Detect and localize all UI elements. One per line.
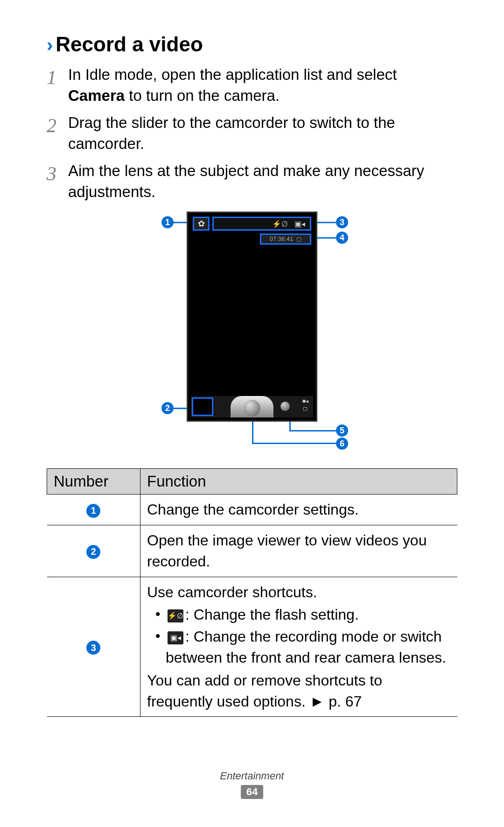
bullet-mode: ▣◂: Change the recording mode or switch … bbox=[155, 626, 451, 668]
table-row: 2 Open the image viewer to view videos y… bbox=[47, 525, 457, 577]
record-knob[interactable] bbox=[244, 400, 260, 417]
row-3-bullets: ⚡∅: Change the flash setting. ▣◂: Change… bbox=[155, 604, 451, 668]
row-1-badge: 1 bbox=[86, 504, 100, 518]
step-1: 1 In Idle mode, open the application lis… bbox=[47, 64, 457, 106]
recording-status: 07:36:41 ▢ bbox=[260, 233, 311, 245]
bullet-flash: ⚡∅: Change the flash setting. bbox=[155, 604, 451, 625]
step-body: Drag the slider to the camcorder to swit… bbox=[68, 113, 457, 154]
page-ref-arrow-icon: ► bbox=[310, 693, 325, 710]
chevron-icon: › bbox=[47, 35, 53, 55]
row-1-text: Change the camcorder settings. bbox=[140, 495, 457, 525]
record-slider[interactable] bbox=[231, 396, 273, 417]
step-number: 2 bbox=[47, 113, 68, 154]
table-row: 1 Change the camcorder settings. bbox=[47, 495, 457, 525]
step-2: 2 Drag the slider to the camcorder to sw… bbox=[47, 113, 457, 154]
step-body: In Idle mode, open the application list … bbox=[68, 64, 457, 106]
section-heading: ›Record a video bbox=[47, 33, 457, 56]
row-3-text: Use camcorder shortcuts. ⚡∅: Change the … bbox=[140, 577, 457, 717]
callout-6-badge: 6 bbox=[336, 438, 348, 450]
row-3-intro: Use camcorder shortcuts. bbox=[147, 582, 451, 603]
table-row: 3 Use camcorder shortcuts. ⚡∅: Change th… bbox=[47, 577, 457, 717]
callout-line bbox=[252, 419, 253, 444]
callout-3-badge: 3 bbox=[336, 216, 348, 228]
camcorder-diagram: 1 3 4 2 5 6 ✿ ⚡∅ ▣◂ 07:36:41 ▢ bbox=[47, 212, 457, 450]
step-body: Aim the lens at the subject and make any… bbox=[68, 161, 457, 202]
callout-5-badge: 5 bbox=[336, 424, 348, 437]
heading-text: Record a video bbox=[56, 33, 203, 56]
camcorder-topbar: ✿ ⚡∅ ▣◂ bbox=[193, 217, 311, 231]
footer-category: Entertainment bbox=[0, 770, 504, 782]
viewer-thumbnail[interactable] bbox=[192, 397, 213, 416]
flash-off-icon: ⚡∅ bbox=[168, 609, 183, 622]
mode-switch[interactable] bbox=[280, 402, 290, 411]
row-2-badge: 2 bbox=[86, 545, 100, 559]
camcorder-bottombar: ■◂ ◻ bbox=[191, 396, 313, 417]
col-function: Function bbox=[140, 469, 457, 495]
callout-line bbox=[252, 443, 336, 444]
step-number: 3 bbox=[47, 161, 68, 202]
row-3-outro: You can add or remove shortcuts to frequ… bbox=[147, 670, 451, 712]
step-3: 3 Aim the lens at the subject and make a… bbox=[47, 161, 457, 202]
settings-button[interactable]: ✿ bbox=[193, 217, 210, 231]
callout-line bbox=[317, 237, 336, 239]
step-number: 1 bbox=[47, 64, 68, 106]
row-2-text: Open the image viewer to view videos you… bbox=[140, 525, 457, 577]
col-number: Number bbox=[47, 469, 140, 495]
row-3-badge: 3 bbox=[86, 641, 100, 655]
video-mode-icon: ■◂ bbox=[302, 398, 308, 404]
storage-icon: ▢ bbox=[296, 236, 302, 242]
shortcut-bar[interactable]: ⚡∅ ▣◂ bbox=[212, 217, 311, 231]
camcorder-icon: ▣◂ bbox=[294, 219, 305, 228]
phone-mockup: ✿ ⚡∅ ▣◂ 07:36:41 ▢ bbox=[187, 212, 317, 422]
callout-line bbox=[317, 222, 336, 223]
callout-2-badge: 2 bbox=[161, 402, 174, 414]
footer-page-number: 64 bbox=[241, 785, 263, 799]
timer-value: 07:36:41 bbox=[270, 236, 294, 242]
flash-off-icon: ⚡∅ bbox=[272, 219, 288, 228]
manual-page: ›Record a video 1 In Idle mode, open the… bbox=[0, 0, 504, 735]
callout-line bbox=[289, 430, 336, 431]
camcorder-icon: ▣◂ bbox=[168, 631, 183, 644]
callout-1-badge: 1 bbox=[161, 216, 174, 228]
photo-mode-icon: ◻ bbox=[303, 405, 308, 412]
function-table: Number Function 1 Change the camcorder s… bbox=[47, 468, 457, 717]
callout-4-badge: 4 bbox=[336, 232, 348, 244]
mode-icons: ■◂ ◻ bbox=[302, 398, 308, 412]
step-list: 1 In Idle mode, open the application lis… bbox=[47, 64, 457, 202]
page-footer: Entertainment 64 bbox=[0, 770, 504, 799]
gear-icon: ✿ bbox=[198, 219, 205, 229]
